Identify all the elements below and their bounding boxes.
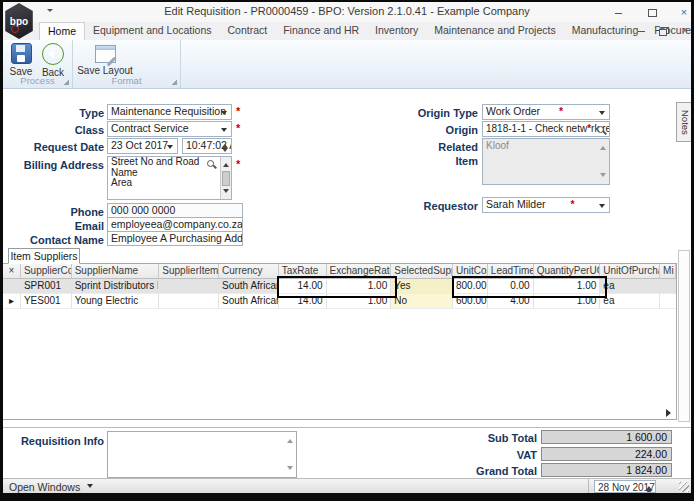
request-time-field[interactable]: 10:47:02 AM	[182, 138, 232, 154]
grid-cell[interactable]	[159, 279, 219, 294]
search-icon[interactable]	[597, 126, 607, 136]
group-label-format: Format	[73, 75, 180, 87]
billing-address-box[interactable]: Street No and Road Name Area City	[107, 156, 232, 200]
grid-column-header[interactable]: Currency	[219, 264, 279, 279]
email-field[interactable]: employeea@company.co.za	[107, 217, 243, 232]
grid-cell[interactable]: Yes	[391, 279, 453, 294]
maximize-icon[interactable]	[643, 6, 661, 20]
tab-finance-and-hr[interactable]: Finance and HR	[275, 22, 367, 40]
grid-cell[interactable]: 1.00	[534, 294, 601, 309]
scroll-up-icon[interactable]	[600, 143, 606, 150]
scroll-up-icon[interactable]	[287, 436, 293, 443]
grid-cell[interactable]: 4.00	[488, 294, 534, 309]
grid-column-header[interactable]: SelectedSupplier	[391, 264, 453, 279]
grid-row[interactable]: ▸YES001Young ElectricSouth African Rand1…	[3, 294, 676, 309]
scroll-down-icon[interactable]	[287, 466, 293, 473]
grid-cell[interactable]: Sprint Distributors Local	[72, 279, 160, 294]
child-minimize-icon[interactable]	[633, 25, 649, 38]
tab-contract[interactable]: Contract	[220, 22, 276, 40]
grid-cell[interactable]: ea	[600, 294, 660, 309]
open-windows-button[interactable]: Open Windows	[9, 481, 93, 493]
spin-up-icon[interactable]	[222, 141, 228, 148]
chevron-down-icon[interactable]	[599, 111, 605, 118]
quick-access-dropdown-icon[interactable]	[47, 9, 53, 15]
chevron-down-icon[interactable]	[221, 128, 227, 135]
grid-column-header[interactable]: SupplierName	[72, 264, 160, 279]
email-value: employeea@company.co.za	[111, 218, 243, 230]
grid-cell[interactable]: South African Rand	[219, 279, 279, 294]
format-dialog-launcher-icon[interactable]	[171, 79, 177, 85]
chevron-down-icon[interactable]	[221, 111, 227, 118]
back-arrow-icon	[42, 43, 64, 65]
sub-total-label: Sub Total	[440, 431, 537, 445]
class-combo[interactable]: Contract Service	[107, 121, 232, 137]
notes-side-tab[interactable]: Notes	[676, 102, 691, 142]
grid-cell[interactable]: SPR001	[21, 279, 72, 294]
requestor-combo[interactable]: Sarah Milder *	[482, 197, 610, 213]
grid-cell[interactable]: 800.00	[453, 279, 488, 294]
tab-home[interactable]: Home	[39, 22, 85, 40]
grid-hscroll-right-icon[interactable]	[666, 409, 675, 417]
type-combo[interactable]: Maintenance Requisition	[107, 104, 232, 120]
grid-column-header[interactable]: TaxRate	[279, 264, 327, 279]
tab-item-suppliers[interactable]: Item Suppliers	[8, 248, 80, 264]
origin-label: Origin	[400, 123, 478, 137]
grid-column-header[interactable]: LeadTime	[488, 264, 534, 279]
origin-field[interactable]: 1818-1-1 - Check netw*rk require...	[482, 121, 610, 137]
grid-cell[interactable]: No	[391, 294, 453, 309]
grid-column-header[interactable]: SupplierCode	[21, 264, 72, 279]
grid-cell[interactable]: 1.00	[327, 279, 392, 294]
grid-cell[interactable]: YES001	[21, 294, 72, 309]
requisition-info-textarea[interactable]	[107, 431, 297, 478]
tab-inventory[interactable]: Inventory	[367, 22, 426, 40]
save-layout-icon	[95, 45, 116, 63]
grid-column-header[interactable]: SupplierItemCode	[159, 264, 219, 279]
minimize-icon[interactable]	[609, 6, 627, 20]
origin-type-combo[interactable]: Work Order *	[482, 104, 610, 120]
grid-cell[interactable]: South African Rand	[219, 294, 279, 309]
scroll-down-icon[interactable]	[600, 173, 606, 180]
time-spinner[interactable]	[220, 140, 229, 152]
grid-cell[interactable]: 14.00	[279, 294, 327, 309]
grid-row[interactable]: SPR001Sprint Distributors LocalSouth Afr…	[3, 279, 676, 294]
row-indicator: ▸	[3, 294, 21, 309]
grid-column-header[interactable]: UnitOfPurchase	[600, 264, 660, 279]
search-icon[interactable]	[207, 160, 217, 170]
grid-cell[interactable]: 1.00	[534, 279, 601, 294]
grid-cell[interactable]: 14.00	[279, 279, 327, 294]
status-bar: Open Windows 28 Nov 2017	[3, 478, 691, 494]
tab-maintenance-and-projects[interactable]: Maintenance and Projects	[426, 22, 563, 40]
open-windows-label: Open Windows	[9, 481, 80, 493]
grid-vertical-scrollbar-track[interactable]	[678, 250, 690, 422]
grid-cell[interactable]: ea	[600, 279, 660, 294]
statusbar-date-field[interactable]: 28 Nov 2017	[594, 480, 656, 493]
billing-scrollbar[interactable]	[220, 157, 231, 199]
grid-column-header[interactable]: Mi	[660, 264, 676, 279]
scroll-down-icon[interactable]	[223, 189, 229, 196]
grid-column-header[interactable]: UnitCost	[453, 264, 488, 279]
date-spinner[interactable]	[644, 482, 653, 491]
spin-down-icon[interactable]	[222, 148, 228, 154]
request-date-field[interactable]: 23 Oct 2017	[107, 138, 178, 154]
grid-cell[interactable]	[660, 279, 676, 294]
grid-cell[interactable]	[660, 294, 676, 309]
grid-column-header[interactable]: ×	[3, 264, 21, 279]
grid-cell[interactable]: 0.00	[488, 279, 534, 294]
scroll-thumb[interactable]	[222, 171, 230, 186]
process-dialog-launcher-icon[interactable]	[63, 79, 69, 85]
scroll-up-icon[interactable]	[223, 160, 229, 167]
grid-cell[interactable]: 600.00	[453, 294, 488, 309]
resize-grip[interactable]	[679, 482, 689, 492]
tab-equipment-and-locations[interactable]: Equipment and Locations	[85, 22, 220, 40]
child-restore-icon[interactable]	[655, 25, 671, 38]
grid-cell[interactable]	[159, 294, 219, 309]
chevron-down-icon[interactable]	[599, 204, 605, 211]
phone-field[interactable]: 000 000 0000	[107, 203, 243, 218]
grid-column-header[interactable]: QuantityPerUOP	[534, 264, 601, 279]
grid-column-header[interactable]: ExchangeRate	[327, 264, 392, 279]
grid-cell[interactable]: 1.00	[327, 294, 392, 309]
chevron-down-icon[interactable]	[167, 145, 173, 152]
grid-cell[interactable]: Young Electric	[72, 294, 160, 309]
spin-up-icon[interactable]	[646, 483, 652, 490]
contact-name-field[interactable]: Employee A Purchasing Address	[107, 231, 243, 246]
